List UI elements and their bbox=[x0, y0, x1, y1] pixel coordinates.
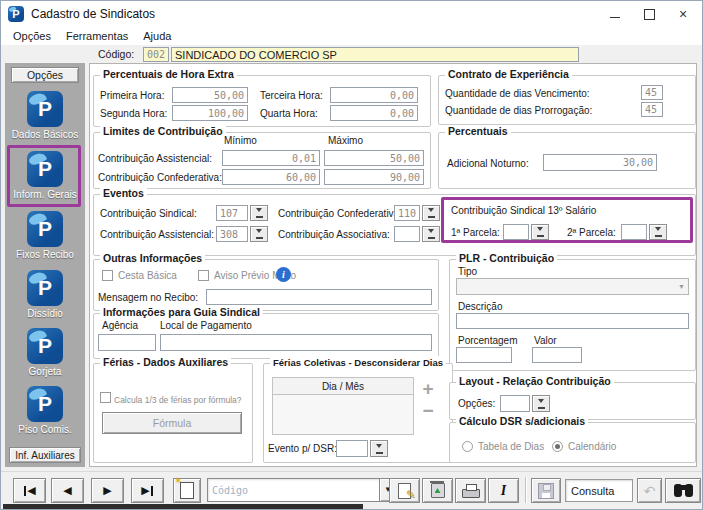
remove-row-button[interactable]: − bbox=[418, 400, 438, 420]
associativa-lookup-button[interactable] bbox=[422, 226, 440, 242]
group-title: Eventos bbox=[100, 187, 147, 200]
previous-record-button[interactable]: ◀ bbox=[51, 478, 84, 503]
primeira-hora-field[interactable]: 50,00 bbox=[172, 87, 248, 103]
sindicato-name-field[interactable]: SINDICADO DO COMERCIO SP bbox=[171, 47, 579, 62]
record-search-combo[interactable]: Código ▼ bbox=[207, 478, 397, 502]
lookup-bar-icon bbox=[256, 237, 263, 239]
dia-mes-grid[interactable]: Dia / Mês bbox=[272, 377, 414, 435]
associativa-field[interactable] bbox=[394, 226, 420, 242]
sidebar-item-dissidio[interactable]: P Dissídio bbox=[5, 270, 85, 319]
aviso-previo-checkbox[interactable] bbox=[198, 270, 209, 281]
assistencial-max-field[interactable]: 50,00 bbox=[324, 150, 424, 166]
confederativa-evento-field[interactable]: 110 bbox=[394, 205, 420, 221]
cesta-basica-checkbox[interactable] bbox=[102, 270, 113, 281]
last-record-button[interactable]: ▶ bbox=[131, 478, 164, 503]
combo-placeholder: Código bbox=[208, 485, 379, 496]
delete-record-button[interactable] bbox=[422, 478, 453, 503]
add-row-button[interactable]: + bbox=[418, 378, 438, 398]
porcentagem-field[interactable] bbox=[456, 347, 512, 363]
group-title: PLR - Contribuição bbox=[456, 252, 557, 265]
terceira-hora-field[interactable]: 0,00 bbox=[330, 87, 418, 103]
confederativa-min-field[interactable]: 60,00 bbox=[222, 169, 320, 185]
parcela2-field[interactable] bbox=[621, 224, 647, 240]
new-record-button[interactable] bbox=[173, 478, 201, 503]
valor-field[interactable] bbox=[532, 347, 582, 363]
close-button[interactable]: × bbox=[666, 1, 700, 27]
minimize-button[interactable] bbox=[598, 1, 632, 27]
trash-icon bbox=[431, 483, 445, 498]
sidebar-item-piso-comis[interactable]: P Piso Comis. bbox=[5, 386, 85, 435]
evento-dsr-lookup-button[interactable] bbox=[370, 440, 388, 457]
group-title: Cálculo DSR s/adicionais bbox=[456, 415, 588, 428]
adicional-noturno-field[interactable]: 30,00 bbox=[543, 154, 657, 171]
quarta-hora-field[interactable]: 0,00 bbox=[330, 105, 418, 121]
sidebar-item-inform-gerais[interactable]: P Inform. Gerais bbox=[5, 151, 85, 200]
opcoes-lookup-button[interactable] bbox=[532, 395, 550, 412]
binoculars-bridge bbox=[681, 485, 686, 490]
italic-info-button[interactable]: I bbox=[488, 478, 519, 503]
menu-opcoes[interactable]: Opções bbox=[10, 29, 54, 43]
assistencial-min-field[interactable]: 0,01 bbox=[222, 150, 320, 166]
info-icon[interactable]: i bbox=[276, 267, 291, 282]
terceira-hora-label: Terceira Hora: bbox=[260, 90, 323, 102]
group-eventos: Eventos Contribuição Sindical: 107 Contr… bbox=[93, 194, 696, 256]
assistencial-lookup-button[interactable] bbox=[250, 226, 268, 242]
local-pagamento-field[interactable] bbox=[160, 334, 432, 351]
agencia-field[interactable] bbox=[98, 334, 156, 351]
group-guia-sindical: Informações para Guia Sindical Agência L… bbox=[93, 313, 439, 359]
assistencial-label: Contribuição Assistencial: bbox=[98, 153, 212, 165]
search-button[interactable] bbox=[665, 478, 701, 503]
tipo-dropdown[interactable]: ▼ bbox=[456, 278, 689, 295]
edit-icon: ✎ bbox=[398, 483, 411, 499]
sidebar-item-label: Fixos Recibo bbox=[16, 249, 74, 260]
lookup-arrow-icon bbox=[537, 227, 543, 234]
group-outras-informacoes: Outras Informações Cesta Básica Aviso Pr… bbox=[93, 259, 439, 311]
last-record-icon: ▶ bbox=[141, 485, 149, 496]
edit-record-button[interactable]: ✎ bbox=[389, 478, 420, 503]
assistencial-evento-field[interactable]: 308 bbox=[216, 226, 248, 242]
sidebar-inf-auxiliares-button[interactable]: Inf. Auxiliares bbox=[9, 447, 81, 463]
parcela2-lookup-button[interactable] bbox=[649, 224, 667, 240]
tabela-dias-radio[interactable] bbox=[462, 441, 473, 452]
maximize-button[interactable] bbox=[632, 1, 666, 27]
salario13-title: Contribuição Sindical 13º Salário bbox=[451, 205, 596, 217]
sidebar-item-gorjeta[interactable]: P Gorjeta bbox=[5, 328, 85, 377]
group-title: Outras Informações bbox=[100, 252, 205, 265]
opcoes-field[interactable] bbox=[500, 395, 530, 412]
codigo-field[interactable]: 002 bbox=[143, 47, 169, 62]
confederativa-max-field[interactable]: 90,00 bbox=[324, 169, 424, 185]
next-record-button[interactable]: ▶ bbox=[91, 478, 124, 503]
app-logo-icon[interactable]: P bbox=[8, 6, 24, 22]
menu-ferramentas[interactable]: Ferramentas bbox=[63, 29, 131, 43]
contribuicao-sindical-field[interactable]: 107 bbox=[216, 205, 248, 221]
floppy-disk-icon bbox=[538, 483, 554, 499]
segunda-hora-field[interactable]: 100,00 bbox=[172, 105, 248, 121]
parcela1-field[interactable] bbox=[503, 224, 529, 240]
first-record-button[interactable]: ◀ bbox=[13, 478, 46, 503]
sindical-lookup-button[interactable] bbox=[250, 205, 268, 221]
print-button[interactable] bbox=[455, 478, 486, 503]
menu-ajuda[interactable]: Ajuda bbox=[140, 29, 174, 43]
undo-button[interactable]: ↶ bbox=[637, 478, 662, 503]
parcela1-lookup-button[interactable] bbox=[531, 224, 549, 240]
formula-button[interactable]: Fórmula bbox=[102, 412, 242, 434]
vencimento-field[interactable]: 45 bbox=[641, 85, 663, 100]
sidebar-item-fixos-recibo[interactable]: P Fixos Recibo bbox=[5, 211, 85, 260]
prorrogacao-field[interactable]: 45 bbox=[641, 102, 663, 117]
sidebar-item-dados-basicos[interactable]: P Dados Básicos bbox=[5, 91, 85, 140]
save-button[interactable] bbox=[531, 478, 561, 503]
mensagem-recibo-field[interactable] bbox=[206, 289, 432, 305]
descricao-field[interactable] bbox=[456, 313, 689, 329]
sidebar-item-label: Dados Básicos bbox=[12, 129, 79, 140]
evento-dsr-field[interactable] bbox=[336, 440, 368, 457]
p-icon: P bbox=[27, 151, 63, 187]
calcula-ferias-checkbox[interactable] bbox=[100, 392, 111, 403]
calendario-radio[interactable] bbox=[552, 441, 563, 452]
group-limites-contribuicao: Limites de Contribuição Mínimo Máximo Co… bbox=[93, 132, 431, 189]
group-ferias-coletivas: Férias Coletivas - Desconsiderar Dias Di… bbox=[263, 363, 453, 463]
sidebar-opcoes-button[interactable]: Opções bbox=[11, 67, 79, 83]
group-title: Férias - Dados Auxiliares bbox=[100, 356, 231, 369]
confederativa-lookup-button[interactable] bbox=[422, 205, 440, 221]
group-title: Layout - Relação Contribuição bbox=[456, 375, 614, 388]
parcela1-label: 1ª Parcela: bbox=[451, 227, 500, 239]
